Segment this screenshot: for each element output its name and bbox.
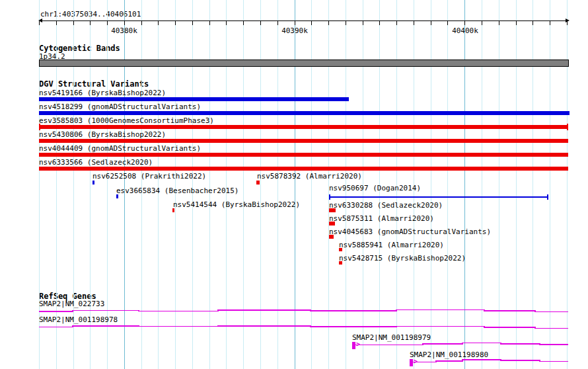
ruler-tick	[124, 21, 125, 25]
gene-line-NM_022733[interactable]	[39, 310, 568, 312]
ruler-tick	[175, 21, 176, 25]
variant-label-nsv6330288[interactable]: nsv6330288 (Sedlazeck2020)	[329, 202, 443, 210]
ruler-tick	[243, 21, 244, 25]
ruler-tick	[311, 21, 312, 25]
ruler-tick	[346, 21, 346, 25]
ruler-tick	[396, 21, 397, 25]
ruler-tick	[533, 21, 533, 25]
variant-label-nsv5875311[interactable]: nsv5875311 (Almarri2020)	[329, 215, 434, 223]
ruler-tick	[567, 21, 568, 25]
ruler-tick	[260, 21, 261, 25]
variant-label-nsv5885941[interactable]: nsv5885941 (Almarri2020)	[339, 241, 444, 249]
variant-label-nsv6252508[interactable]: nsv6252508 (Prakrithi2022)	[92, 173, 206, 181]
ruler-tick-label: 40400k	[452, 27, 478, 35]
gene-strand-arrow-icon: >	[356, 341, 360, 348]
variant-label-nsv4518299[interactable]: nsv4518299 (gnomADStructuralVariants)	[39, 103, 201, 111]
variant-label-nsv5419166[interactable]: nsv5419166 (ByrskaBishop2022)	[39, 89, 166, 97]
ruler-tick	[414, 21, 414, 25]
gene-label[interactable]: SMAP2|NM_001198978	[39, 316, 118, 324]
ruler-tick	[328, 21, 329, 25]
variant-label-nsv5430806[interactable]: nsv5430806 (ByrskaBishop2022)	[39, 131, 166, 139]
ruler-tick	[192, 21, 193, 25]
ruler-tick-label: 40380k	[111, 27, 137, 35]
variant-label-esv3665834[interactable]: esv3665834 (Besenbacher2015)	[116, 187, 239, 195]
ruler-tick	[90, 21, 91, 25]
ruler-tick-label: 40390k	[281, 27, 308, 35]
ruler-tick	[107, 21, 108, 25]
ruler-tick	[482, 21, 482, 25]
ruler-tick	[277, 21, 278, 25]
variant-label-nsv5878392[interactable]: nsv5878392 (Almarri2020)	[257, 173, 362, 181]
ruler-tick	[379, 21, 380, 25]
variant-label-nsv6333566[interactable]: nsv6333566 (Sedlazeck2020)	[39, 159, 153, 167]
gene-line-NM_001198980[interactable]	[413, 360, 568, 362]
ruler-tick	[516, 21, 517, 25]
ruler-tick	[550, 21, 550, 25]
gene-strand-arrow-icon: >	[414, 358, 418, 365]
gene-exon-block[interactable]	[352, 342, 355, 349]
ruler-tick	[73, 21, 74, 25]
variant-label-nsv5428715[interactable]: nsv5428715 (ByrskaBishop2022)	[339, 255, 466, 263]
ruler-tick	[141, 21, 142, 25]
ruler-tick	[447, 21, 448, 25]
gene-label[interactable]: SMAP2|NM_001198979	[352, 334, 431, 342]
gene-line-NM_001198979[interactable]	[355, 343, 568, 345]
ruler-tick	[363, 21, 363, 25]
variant-label-nsv4045683[interactable]: nsv4045683 (gnomADStructuralVariants)	[329, 228, 491, 236]
ruler-tick	[209, 21, 210, 25]
ruler-axis-line	[41, 20, 567, 21]
gene-label[interactable]: SMAP2|NM_001198980	[410, 351, 488, 359]
gene-exon-block[interactable]	[410, 359, 413, 366]
ruler-tick	[56, 21, 57, 25]
ruler-tick	[499, 21, 499, 25]
variant-label-nsv4044409[interactable]: nsv4044409 (gnomADStructuralVariants)	[39, 145, 201, 153]
gene-line-NM_001198978[interactable]	[39, 326, 568, 329]
ruler-tick	[158, 21, 159, 25]
gene-lines-layer	[0, 0, 588, 369]
ruler-tick	[39, 21, 40, 25]
gene-label[interactable]: SMAP2|NM_022733	[39, 300, 104, 308]
variant-label-nsv950697[interactable]: nsv950697 (Dogan2014)	[329, 184, 421, 192]
ruler-tick	[464, 21, 465, 25]
ruler-tick	[295, 21, 295, 25]
variant-label-esv3585803[interactable]: esv3585803 (1000GenomesConsortiumPhase3)	[39, 117, 214, 125]
ruler-tick	[431, 21, 431, 25]
genome-browser-view: chr1:40375034..40406101 Cytogenetic Band…	[0, 0, 588, 369]
ruler-tick	[226, 21, 227, 25]
variant-label-nsv5414544[interactable]: nsv5414544 (ByrskaBishop2022)	[173, 201, 300, 209]
